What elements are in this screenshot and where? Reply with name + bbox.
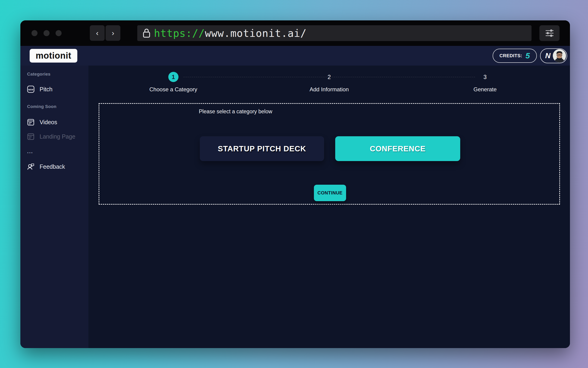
url-bar[interactable]: https://www.motionit.ai/ bbox=[137, 25, 532, 41]
back-button[interactable]: ‹ bbox=[90, 25, 105, 41]
landing-page-icon bbox=[27, 133, 35, 140]
main-content: 1 Choose a Category 2 Add Information 3 … bbox=[88, 65, 570, 348]
sidebar-heading-coming-soon: Coming Soon bbox=[27, 104, 88, 109]
window-minimize-button[interactable] bbox=[44, 30, 50, 36]
step-label: Choose a Category bbox=[149, 86, 197, 93]
credits-value: 5 bbox=[526, 51, 530, 60]
category-startup-pitch-deck-button[interactable]: STARTUP PITCH DECK bbox=[200, 136, 324, 161]
sidebar-ellipsis: ... bbox=[27, 148, 88, 155]
category-conference-button[interactable]: CONFERENCE bbox=[335, 136, 460, 161]
browser-window: ‹ › https://www.motionit.ai/ bbox=[20, 20, 570, 348]
avatar bbox=[553, 49, 566, 62]
browser-settings-button[interactable] bbox=[539, 25, 560, 41]
step-number-active: 1 bbox=[168, 72, 178, 82]
sidebar-item-pitch[interactable]: NEW Pitch bbox=[27, 85, 88, 93]
sidebar-item-label: Feedback bbox=[40, 163, 65, 170]
step-number: 2 bbox=[324, 72, 334, 82]
lock-icon bbox=[142, 28, 151, 38]
feedback-icon bbox=[27, 163, 35, 170]
credits-badge[interactable]: CREDITS: 5 bbox=[493, 49, 537, 63]
sidebar-item-label: Landing Page bbox=[40, 133, 75, 140]
videos-icon bbox=[27, 119, 35, 126]
back-icon: ‹ bbox=[96, 29, 99, 37]
window-controls bbox=[32, 30, 61, 36]
app-header: motionit CREDITS: 5 N bbox=[20, 46, 570, 65]
profile-initial: N bbox=[545, 51, 551, 60]
step-label: Add Information bbox=[309, 86, 349, 93]
url-host: www.motionit.ai/ bbox=[205, 27, 307, 39]
window-maximize-button[interactable] bbox=[56, 30, 61, 36]
step-add-information[interactable]: 2 Add Information bbox=[251, 72, 407, 93]
step-choose-category[interactable]: 1 Choose a Category bbox=[95, 72, 251, 93]
step-label: Generate bbox=[474, 86, 497, 93]
logo[interactable]: motionit bbox=[30, 49, 77, 63]
sidebar: Categories NEW Pitch Coming Soon bbox=[20, 65, 88, 348]
forward-icon: › bbox=[112, 29, 114, 37]
stepper: 1 Choose a Category 2 Add Information 3 … bbox=[95, 72, 563, 93]
profile-button[interactable]: N bbox=[540, 48, 567, 63]
sidebar-item-label: Pitch bbox=[40, 86, 53, 93]
credits-label: CREDITS: bbox=[500, 53, 522, 58]
window-close-button[interactable] bbox=[32, 30, 37, 36]
sidebar-item-videos[interactable]: Videos bbox=[27, 119, 88, 126]
continue-button[interactable]: CONTINUE bbox=[314, 185, 346, 201]
category-selection-panel: Please select a category below STARTUP P… bbox=[99, 103, 560, 205]
forward-button[interactable]: › bbox=[105, 25, 120, 41]
sidebar-item-label: Videos bbox=[40, 119, 57, 126]
nav-buttons: ‹ › bbox=[90, 25, 120, 41]
sliders-icon bbox=[544, 28, 555, 38]
step-generate[interactable]: 3 Generate bbox=[407, 72, 563, 93]
category-prompt: Please select a category below bbox=[199, 109, 272, 115]
url-scheme: https:// bbox=[154, 27, 205, 39]
new-badge-icon: NEW bbox=[27, 85, 35, 93]
sidebar-item-landing-page[interactable]: Landing Page bbox=[27, 133, 88, 140]
url-text: https://www.motionit.ai/ bbox=[154, 27, 307, 39]
sidebar-heading-categories: Categories bbox=[27, 72, 88, 77]
browser-chrome: ‹ › https://www.motionit.ai/ bbox=[20, 20, 570, 46]
svg-text:NEW: NEW bbox=[28, 88, 33, 91]
step-number: 3 bbox=[480, 72, 490, 82]
sidebar-item-feedback[interactable]: Feedback bbox=[27, 163, 88, 170]
app-body: Categories NEW Pitch Coming Soon bbox=[20, 65, 570, 348]
